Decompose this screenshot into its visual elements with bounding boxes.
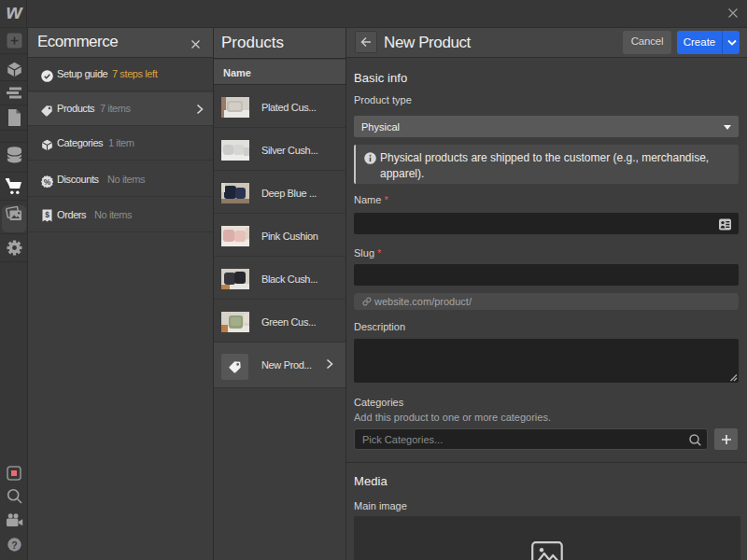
svg-text:?: ? [11, 539, 17, 551]
svg-text:w: w [7, 0, 24, 22]
svg-text:%: % [44, 177, 51, 187]
svg-text:$: $ [45, 210, 49, 219]
